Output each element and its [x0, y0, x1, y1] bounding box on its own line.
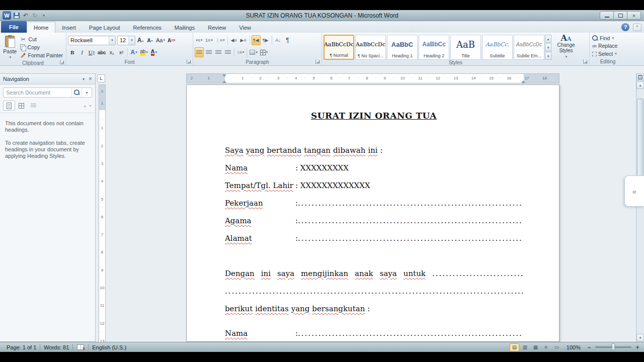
outline-view-button[interactable]: ≡ — [541, 343, 551, 351]
full-screen-reading-view-button[interactable]: ▥ — [520, 343, 530, 351]
cut-button[interactable]: ✂Cut — [19, 35, 64, 43]
proofing-errors-icon[interactable] — [77, 344, 84, 350]
subscript-button[interactable]: x₂ — [107, 47, 116, 57]
vertical-scrollbar[interactable]: ▴ ▾ — [636, 73, 644, 342]
clipboard-dialog-launcher[interactable] — [60, 60, 64, 64]
page-indicator[interactable]: Page: 1 of 1 — [3, 344, 40, 350]
tab-references[interactable]: References — [127, 22, 168, 33]
paragraph-dialog-launcher[interactable] — [315, 59, 320, 64]
find-button[interactable]: Find▾ — [592, 34, 624, 42]
format-painter-button[interactable]: Format Painter — [19, 51, 64, 59]
draft-view-button[interactable]: ▭ — [552, 343, 561, 351]
multilevel-list-button[interactable]: ⋮≡▾ — [214, 35, 226, 45]
browse-headings-tab[interactable] — [3, 101, 15, 111]
word-count[interactable]: Words: 81 — [40, 344, 72, 350]
superscript-button[interactable]: x² — [117, 47, 126, 57]
style-card-heading-2[interactable]: AaBbCcHeading 2 — [419, 35, 449, 60]
scroll-down-button[interactable]: ▾ — [636, 334, 644, 341]
repeat-button[interactable]: ↻ — [31, 12, 38, 20]
word-logo-icon[interactable]: W — [3, 11, 11, 20]
search-document-box[interactable]: ▾ — [3, 87, 92, 98]
select-button[interactable]: Select▾ — [592, 50, 624, 58]
next-result-button[interactable]: ▼ — [89, 104, 92, 108]
zoom-level[interactable]: 100% — [562, 344, 585, 350]
increase-indent-button[interactable]: ▶≡ — [239, 35, 248, 45]
search-icon[interactable] — [71, 88, 82, 97]
grow-font-button[interactable]: A▴ — [136, 35, 145, 45]
web-layout-view-button[interactable]: ▦ — [531, 343, 540, 351]
shading-button[interactable]: ▾ — [249, 47, 259, 57]
help-icon[interactable]: ? — [621, 23, 629, 31]
scrollbar-thumb[interactable] — [637, 99, 643, 184]
scroll-up-button[interactable]: ▴ — [636, 81, 644, 89]
zoom-out-button[interactable]: – — [586, 344, 593, 351]
left-to-right-direction-button[interactable]: ¶◀ — [252, 35, 261, 45]
clear-formatting-button[interactable]: A — [167, 35, 176, 45]
change-styles-button[interactable]: AA Change Styles ▾ — [551, 34, 581, 60]
hanging-indent-marker[interactable] — [222, 78, 226, 83]
styles-scroll-up-button[interactable]: ▴ — [545, 35, 551, 43]
style-card-subtle-em-[interactable]: AaBbCcDcSubtle Em... — [514, 35, 544, 60]
line-spacing-button[interactable]: ↕≡▾ — [236, 47, 245, 57]
font-family-select[interactable]: Rockwell ▾ — [68, 36, 116, 45]
paste-button[interactable]: Paste ▾ — [2, 34, 19, 60]
tab-insert[interactable]: Insert — [55, 22, 83, 33]
bold-button[interactable]: B — [68, 47, 77, 57]
replace-button[interactable]: abReplace — [592, 42, 624, 50]
tab-stop-selector[interactable]: L — [97, 74, 105, 82]
language-indicator[interactable]: English (U.S.) — [89, 344, 130, 350]
save-button[interactable] — [13, 12, 20, 20]
tab-home[interactable]: Home — [27, 22, 55, 33]
styles-scroll-down-button[interactable]: ▾ — [545, 43, 551, 51]
style-card-subtitle[interactable]: AaBbCc.Subtitle — [482, 35, 513, 60]
font-color-button[interactable]: A▾ — [149, 47, 158, 57]
tab-page-layout[interactable]: Page Layout — [83, 22, 127, 33]
right-to-left-direction-button[interactable]: ¶▶ — [261, 35, 270, 45]
borders-button[interactable]: ▾ — [259, 47, 269, 57]
tab-review[interactable]: Review — [201, 22, 232, 33]
font-dialog-launcher[interactable] — [187, 59, 191, 64]
font-family-dropdown-icon[interactable]: ▾ — [109, 36, 115, 45]
strikethrough-button[interactable]: abc — [97, 47, 107, 57]
numbering-button[interactable]: 1≡▾ — [204, 35, 214, 45]
browse-pages-tab[interactable] — [15, 101, 27, 111]
close-button[interactable]: × — [627, 11, 641, 20]
text-effects-button[interactable]: A▾ — [129, 47, 138, 57]
styles-dialog-launcher[interactable] — [583, 59, 588, 64]
style-card-title[interactable]: AaBTitle — [450, 35, 481, 60]
browse-results-tab[interactable] — [27, 101, 39, 111]
align-left-button[interactable] — [195, 47, 204, 57]
minimize-button[interactable] — [600, 11, 614, 20]
font-size-select[interactable]: 12 ▾ — [117, 36, 135, 45]
highlight-button[interactable]: ab▾ — [139, 47, 149, 57]
zoom-slider[interactable] — [595, 346, 631, 348]
navigation-close-button[interactable]: × — [89, 75, 92, 82]
vertical-ruler[interactable]: 2·1·1·2·3·4·5·6·7·8·9·10·11·12·13 — [99, 84, 106, 342]
align-center-button[interactable] — [204, 47, 213, 57]
style-card--no-spaci-[interactable]: AaBbCcDc¶ No Spaci... — [355, 35, 386, 60]
style-card--normal[interactable]: AaBbCcDc¶ Normal — [324, 35, 354, 60]
change-case-button[interactable]: Aa▾ — [155, 35, 166, 45]
print-layout-view-button[interactable]: ▤ — [510, 343, 519, 351]
style-card-heading-1[interactable]: AaBbCHeading 1 — [387, 35, 418, 60]
tab-mailings[interactable]: Mailings — [168, 22, 201, 33]
undo-button[interactable]: ↶ — [22, 12, 29, 20]
navigation-options-dropdown[interactable]: ▾ — [83, 77, 85, 81]
underline-button[interactable]: U▾ — [87, 47, 96, 57]
bullets-button[interactable]: •≡▾ — [195, 35, 204, 45]
previous-result-button[interactable]: ▲ — [83, 104, 87, 108]
styles-more-button[interactable]: ▾ — [545, 52, 551, 60]
search-input[interactable] — [4, 89, 71, 96]
zoom-in-button[interactable]: + — [634, 344, 641, 351]
qat-customize-button[interactable]: ▾ — [40, 12, 47, 20]
justify-button[interactable] — [223, 47, 232, 57]
zoom-slider-thumb[interactable] — [612, 343, 615, 350]
collapse-side-panel-button[interactable]: « — [624, 175, 644, 207]
search-options-dropdown-icon[interactable]: ▾ — [82, 88, 92, 97]
tab-view[interactable]: View — [232, 22, 258, 33]
show-formatting-marks-button[interactable]: ¶ — [283, 35, 292, 45]
shrink-font-button[interactable]: A▾ — [145, 35, 154, 45]
decrease-indent-button[interactable]: ◀≡ — [229, 35, 238, 45]
copy-button[interactable]: Copy — [19, 43, 64, 51]
paste-dropdown-icon[interactable]: ▾ — [10, 55, 12, 59]
